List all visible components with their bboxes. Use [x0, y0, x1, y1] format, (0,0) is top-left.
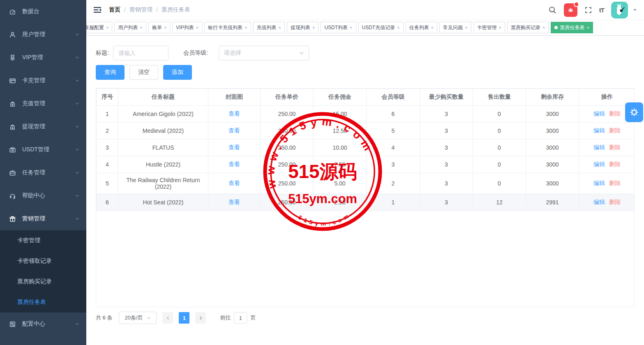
search-icon[interactable] [548, 6, 557, 14]
tab-label: USDT列表 [324, 24, 348, 31]
view-cover-link[interactable]: 查看 [229, 110, 240, 117]
sidebar-item-withdraw[interactable]: 提现管理 [0, 115, 86, 138]
tab-票房购买记录[interactable]: 票房购买记录 × [507, 22, 549, 33]
sidebar-subitem-label: 票房购买记录 [17, 278, 80, 285]
tab-提现列表[interactable]: 提现列表 × [287, 22, 319, 33]
next-page-button[interactable] [195, 312, 206, 324]
tab-close-icon[interactable]: × [140, 25, 142, 30]
sidebar-item-vip[interactable]: VIP管理 [0, 46, 86, 69]
edit-link[interactable]: 编辑 [593, 161, 605, 167]
delete-link[interactable]: 删除 [609, 144, 621, 151]
sidebar-item-dashboard[interactable]: 数据台 [0, 0, 86, 23]
cell-stock: 3000 [526, 156, 579, 173]
tab-卡密管理[interactable]: 卡密管理 × [473, 22, 505, 33]
level-filter-select[interactable]: 请选择 [219, 46, 309, 60]
settings-fab-button[interactable] [625, 102, 643, 122]
breadcrumb-item[interactable]: 首页 [109, 6, 120, 14]
tab-label: 充值列表 [257, 24, 277, 31]
tab-close-icon[interactable]: × [431, 25, 434, 30]
breadcrumb-item: 票房任务表 [162, 6, 190, 14]
search-button[interactable]: 查询 [96, 65, 125, 80]
view-cover-link[interactable]: 查看 [229, 161, 240, 167]
edit-link[interactable]: 编辑 [593, 199, 605, 205]
tab-客服配置[interactable]: 客服配置 × [86, 22, 112, 33]
tab-close-icon[interactable]: × [465, 25, 467, 30]
sidebar-item-config[interactable]: 配置中心 [0, 313, 86, 336]
sidebar-subitem-boxoffice-purchases[interactable]: 票房购买记录 [0, 271, 86, 292]
edit-link[interactable]: 编辑 [593, 144, 605, 151]
caret-down-icon[interactable] [632, 7, 637, 12]
tab-票房任务表[interactable]: 票房任务表 × [551, 22, 593, 33]
font-size-icon[interactable]: tT [599, 7, 604, 14]
title-filter-input[interactable] [113, 46, 169, 60]
cell-stock: 3000 [526, 173, 579, 194]
page-size-select[interactable]: 20条/页 [119, 312, 157, 324]
sidebar-item-users[interactable]: 用户管理 [0, 23, 86, 46]
tab-close-icon[interactable]: × [350, 25, 352, 30]
add-button[interactable]: 添加 [163, 65, 192, 80]
tab-close-icon[interactable]: × [586, 25, 589, 30]
fullscreen-icon[interactable] [584, 6, 592, 14]
sidebar-subitem-card-keys[interactable]: 卡密管理 [0, 230, 86, 251]
view-cover-link[interactable]: 查看 [229, 144, 240, 151]
goto-page-input[interactable] [234, 312, 247, 324]
action-buttons: 查询 清空 添加 [96, 65, 635, 80]
tab-label: 票房任务表 [560, 24, 584, 31]
sidebar-item-help[interactable]: 帮助中心 [0, 184, 86, 207]
sidebar-collapse-icon[interactable] [93, 6, 102, 14]
tab-bar: 客服配置 × 用户列表 × 账单 × VIP列表 × 银行卡充值列表 × 充值列… [86, 20, 644, 36]
tab-close-icon[interactable]: × [397, 25, 399, 30]
view-cover-link[interactable]: 查看 [229, 199, 240, 205]
tab-银行卡充值列表[interactable]: 银行卡充值列表 × [204, 22, 251, 33]
sidebar-subitem-boxoffice-tasks[interactable]: 票房任务表 [0, 292, 86, 313]
delete-link[interactable]: 删除 [609, 110, 621, 117]
chevron-down-icon [75, 147, 80, 152]
cell-index: 6 [97, 194, 118, 211]
tab-close-icon[interactable]: × [279, 25, 281, 30]
cell-level: 4 [367, 139, 420, 156]
delete-link[interactable]: 删除 [609, 127, 621, 134]
edit-link[interactable]: 编辑 [593, 110, 605, 117]
sidebar: 数据台 用户管理 VIP管理 卡充管理 充值管理 提现管理 [0, 0, 86, 345]
tab-任务列表[interactable]: 任务列表 × [406, 22, 437, 33]
sidebar-item-label: 提现管理 [22, 123, 75, 130]
tab-label: 客服配置 [86, 24, 104, 31]
tab-close-icon[interactable]: × [542, 25, 545, 30]
chevron-down-icon [146, 315, 151, 320]
delete-link[interactable]: 删除 [609, 199, 621, 205]
edit-link[interactable]: 编辑 [593, 127, 605, 134]
edit-link[interactable]: 编辑 [593, 180, 605, 186]
tab-close-icon[interactable]: × [499, 25, 501, 30]
tab-账单[interactable]: 账单 × [148, 22, 170, 33]
sidebar-subitem-card-key-records[interactable]: 卡密领取记录 [0, 251, 86, 271]
sidebar-item-tasks[interactable]: 任务管理 [0, 161, 86, 184]
view-cover-link[interactable]: 查看 [229, 180, 240, 186]
view-cover-link[interactable]: 查看 [229, 127, 240, 134]
bug-report-button[interactable] [564, 3, 577, 17]
tab-充值列表[interactable]: 充值列表 × [253, 22, 285, 33]
clear-button[interactable]: 清空 [129, 65, 158, 80]
sidebar-item-card-recharge[interactable]: 卡充管理 [0, 69, 86, 92]
prev-page-button[interactable] [162, 312, 173, 324]
delete-link[interactable]: 删除 [609, 161, 621, 167]
tab-常见问题[interactable]: 常见问题 × [439, 22, 471, 33]
tab-close-icon[interactable]: × [312, 25, 315, 30]
delete-link[interactable]: 删除 [609, 180, 621, 186]
sidebar-item-recharge[interactable]: 充值管理 [0, 92, 86, 115]
tab-close-icon[interactable]: × [164, 25, 166, 30]
user-avatar[interactable] [611, 2, 628, 19]
tab-USDT充值记录[interactable]: USDT充值记录 × [358, 22, 404, 33]
tab-USDT列表[interactable]: USDT列表 × [321, 22, 356, 33]
table-row: 5 The Railway Children Return (2022) 查看 … [97, 173, 635, 194]
tab-close-icon[interactable]: × [106, 25, 108, 30]
sidebar-item-usdt[interactable]: USDT管理 [0, 138, 86, 161]
page-number-button[interactable]: 1 [179, 312, 189, 324]
column-header: 序号 [97, 89, 118, 106]
tab-close-icon[interactable]: × [245, 25, 247, 30]
sidebar-item-marketing[interactable]: 营销管理 [0, 207, 86, 230]
tab-close-icon[interactable]: × [196, 25, 199, 30]
table-row: 2 Medieval (2022) 查看 250.00 12.50 5 3 0 … [97, 123, 635, 139]
tab-用户列表[interactable]: 用户列表 × [114, 22, 146, 33]
tasks-table-container: 序号任务标题封面图任务单价任务佣金会员等级最少购买数量售出数量剩余库存操作 1 … [96, 88, 635, 307]
tab-VIP列表[interactable]: VIP列表 × [172, 22, 202, 33]
